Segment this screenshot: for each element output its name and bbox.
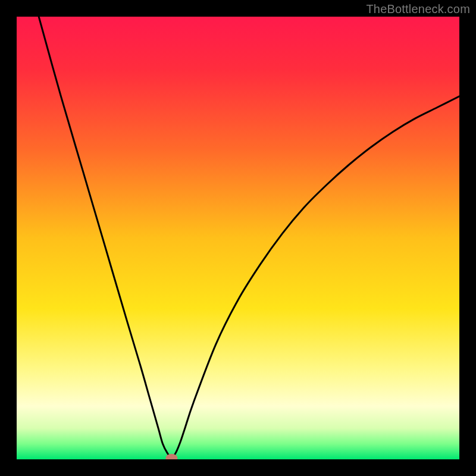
bottleneck-chart xyxy=(17,17,459,459)
gradient-background xyxy=(17,17,459,459)
watermark-text: TheBottleneck.com xyxy=(366,2,470,16)
plot-frame xyxy=(17,17,459,459)
